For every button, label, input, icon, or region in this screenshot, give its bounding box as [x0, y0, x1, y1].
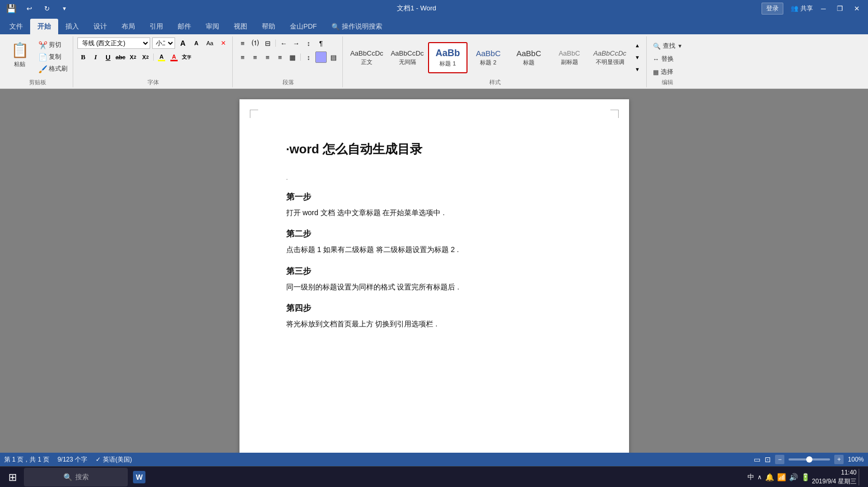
- style-heading2[interactable]: AaBbC 标题 2: [469, 42, 508, 73]
- network-icon[interactable]: 📶: [777, 473, 786, 481]
- status-right: ▭ ⊡ − + 100%: [754, 455, 864, 464]
- italic-button[interactable]: I: [90, 51, 101, 63]
- taskbar-word[interactable]: W: [129, 468, 150, 486]
- line-spacing-button[interactable]: ↕: [303, 51, 314, 63]
- tab-layout[interactable]: 布局: [114, 19, 142, 34]
- multilevel-button[interactable]: ⊟: [262, 37, 273, 49]
- redo-button[interactable]: ↻: [39, 2, 54, 15]
- bold-button[interactable]: B: [77, 51, 89, 63]
- undo-button[interactable]: ↩: [22, 2, 36, 15]
- share-button[interactable]: 👥 共享: [791, 4, 813, 13]
- tab-references[interactable]: 引用: [142, 19, 170, 34]
- tab-insert[interactable]: 插入: [58, 19, 86, 34]
- tab-view[interactable]: 视图: [226, 19, 255, 34]
- zoom-out-button[interactable]: −: [775, 455, 784, 464]
- style-subtle-emphasis[interactable]: AaBbCcDc 不明显强调: [590, 42, 630, 73]
- show-formatting-button[interactable]: ¶: [315, 37, 327, 49]
- underline-button[interactable]: U: [102, 51, 114, 63]
- center-button[interactable]: ≡: [249, 51, 261, 63]
- tab-mailings[interactable]: 邮件: [170, 19, 198, 34]
- tab-search[interactable]: 🔍操作说明搜索: [324, 19, 390, 34]
- taskbar-search[interactable]: 🔍 搜索: [24, 468, 128, 486]
- ribbon-group-paragraph: ≡ ⑴ ⊟ ← → ↕ ¶ ≡ ≡ ≡ ≡ ▦ ↕ ▤ 段落: [234, 36, 343, 87]
- columns-button[interactable]: ▦: [287, 51, 298, 63]
- shrink-font-button[interactable]: A: [191, 37, 202, 49]
- layout-print-button[interactable]: ▭: [754, 455, 760, 464]
- zoom-slider[interactable]: [789, 458, 830, 460]
- style-normal[interactable]: AaBbCcDc 正文: [347, 42, 386, 73]
- login-button[interactable]: 登录: [762, 3, 783, 15]
- align-left-button[interactable]: ≡: [237, 51, 248, 63]
- section2-body[interactable]: 点击标题 1 如果有二级标题 将二级标题设置为标题 2 .: [286, 244, 582, 255]
- zoom-in-button[interactable]: +: [834, 455, 844, 464]
- language-indicator[interactable]: ✓ 英语(美国): [96, 455, 132, 464]
- styles-scroll-down[interactable]: ▼: [632, 51, 643, 63]
- document-scroll[interactable]: ·word 怎么自动生成目录 . 第一步 打开 word 文档 选中文章标题 在…: [0, 89, 868, 453]
- find-button[interactable]: 🔍 查找 ▼: [651, 41, 685, 51]
- align-right-button[interactable]: ≡: [262, 51, 273, 63]
- increase-indent-button[interactable]: →: [290, 37, 302, 49]
- section2-heading[interactable]: 第二步: [286, 229, 582, 240]
- grow-font-button[interactable]: A: [177, 37, 189, 49]
- style-no-spacing[interactable]: AaBbCcDc 无间隔: [388, 42, 427, 73]
- input-method-icon[interactable]: 中: [747, 472, 754, 482]
- show-desktop-button[interactable]: [859, 469, 862, 485]
- section4-body[interactable]: 将光标放到文档首页最上方 切换到引用选项栏 .: [286, 318, 582, 330]
- save-button[interactable]: 💾: [4, 2, 19, 15]
- notification-icon[interactable]: 🔔: [765, 473, 774, 481]
- section3-heading[interactable]: 第三步: [286, 266, 582, 277]
- section3-body[interactable]: 同一级别的标题设置为同样的格式 设置完所有标题后 .: [286, 281, 582, 293]
- numbering-button[interactable]: ⑴: [249, 37, 261, 49]
- font-size-select[interactable]: 小二: [152, 37, 175, 49]
- text-highlight-button[interactable]: A: [156, 51, 167, 63]
- tab-file[interactable]: 文件: [2, 19, 30, 34]
- decrease-indent-button[interactable]: ←: [278, 37, 289, 49]
- replace-icon: ↔: [653, 56, 659, 63]
- phonetic-guide-button[interactable]: 文字: [181, 51, 192, 63]
- window-title: 文档1 - Word: [72, 4, 762, 13]
- sort-button[interactable]: ↕: [303, 37, 314, 49]
- document-title[interactable]: ·word 怎么自动生成目录: [286, 141, 582, 157]
- replace-button[interactable]: ↔ 替换: [651, 54, 676, 64]
- tab-pdf[interactable]: 金山PDF: [283, 19, 324, 34]
- close-button[interactable]: ✕: [849, 2, 864, 15]
- tab-help[interactable]: 帮助: [255, 19, 283, 34]
- section1-body[interactable]: 打开 word 文档 选中文章标题 在开始菜单选项中 .: [286, 207, 582, 218]
- section1-heading[interactable]: 第一步: [286, 192, 582, 203]
- subscript-button[interactable]: X2: [127, 51, 139, 63]
- borders-button[interactable]: ▤: [328, 51, 339, 63]
- section4-heading[interactable]: 第四步: [286, 303, 582, 314]
- bullets-button[interactable]: ≡: [237, 37, 248, 49]
- layout-web-button[interactable]: ⊡: [765, 455, 771, 464]
- clear-formatting-button[interactable]: ✕: [218, 37, 229, 49]
- font-name-select[interactable]: 等线 (西文正文): [77, 37, 150, 49]
- cut-button[interactable]: ✂️ 剪切: [36, 40, 70, 50]
- justify-button[interactable]: ≡: [274, 51, 286, 63]
- minimize-button[interactable]: ─: [816, 2, 831, 15]
- style-subtitle[interactable]: AaBbC 副标题: [550, 42, 589, 73]
- tab-review[interactable]: 审阅: [198, 19, 226, 34]
- superscript-button[interactable]: X2: [140, 51, 151, 63]
- shading-button[interactable]: [315, 51, 327, 63]
- strikethrough-button[interactable]: abc: [115, 51, 126, 63]
- styles-scroll-up[interactable]: ▲: [632, 40, 643, 51]
- select-button[interactable]: ▦ 选择: [651, 67, 675, 77]
- copy-button[interactable]: 📄 复制: [36, 51, 70, 62]
- font-color-button[interactable]: A: [168, 51, 180, 63]
- paste-button[interactable]: 📋 粘贴: [5, 37, 34, 70]
- system-clock[interactable]: 11:40 2019/9/4 星期三: [812, 468, 857, 486]
- style-heading1[interactable]: AaBb 标题 1: [428, 42, 468, 73]
- style-title[interactable]: AaBbC 标题: [509, 42, 549, 73]
- document-page[interactable]: ·word 怎么自动生成目录 . 第一步 打开 word 文档 选中文章标题 在…: [239, 99, 629, 453]
- change-case-button[interactable]: Aa: [204, 37, 216, 49]
- customize-qat[interactable]: ▼: [57, 2, 72, 15]
- start-button[interactable]: ⊞: [2, 468, 23, 486]
- restore-button[interactable]: ❐: [833, 2, 847, 15]
- format-painter-button[interactable]: 🖌️ 格式刷: [36, 63, 70, 74]
- caret-icon[interactable]: ∧: [757, 473, 762, 481]
- tab-home[interactable]: 开始: [30, 19, 58, 34]
- volume-icon[interactable]: 🔊: [789, 473, 798, 481]
- battery-icon[interactable]: 🔋: [801, 473, 810, 481]
- tab-design[interactable]: 设计: [86, 19, 114, 34]
- styles-expand[interactable]: ▼: [632, 64, 643, 75]
